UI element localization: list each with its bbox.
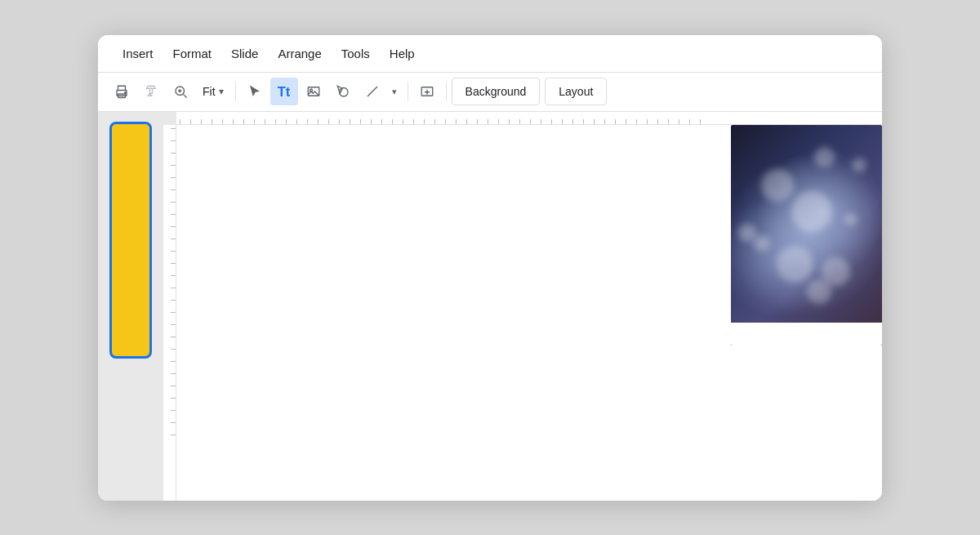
ruler-h-tick (171, 263, 176, 264)
ruler-tick (689, 119, 690, 124)
image-icon (306, 84, 321, 99)
ruler-h-tick (171, 153, 176, 154)
print-icon (114, 84, 129, 99)
zoom-select[interactable]: Fit ▾ (196, 82, 230, 101)
ruler-tick (318, 119, 318, 124)
ruler-tick (519, 119, 520, 124)
ruler-h-tick (171, 251, 176, 252)
svg-text:Tt: Tt (277, 84, 290, 99)
toolbar-divider-3 (446, 82, 447, 101)
paint-format-button[interactable] (137, 78, 165, 105)
bokeh-dot (754, 235, 770, 252)
layout-label: Layout (559, 85, 593, 98)
ruler-h-tick (171, 177, 176, 178)
ruler-tick (339, 119, 340, 124)
ruler-h-tick (171, 324, 176, 325)
ruler-h-tick (171, 214, 176, 215)
ruler-h-tick (171, 239, 176, 239)
menu-format[interactable]: Format (163, 43, 222, 64)
ruler-tick (530, 119, 531, 124)
bokeh-dot (844, 213, 857, 225)
select-tool-button[interactable] (241, 78, 269, 105)
svg-line-12 (368, 87, 377, 96)
ruler-tick (243, 119, 244, 124)
ruler-tick (371, 119, 372, 124)
ruler-tick (286, 119, 287, 124)
slide-canvas[interactable] (176, 125, 882, 501)
ruler-h-tick (171, 410, 176, 411)
svg-point-2 (125, 92, 127, 94)
ruler-tick (572, 119, 573, 124)
ruler-tick (551, 119, 552, 124)
menu-insert[interactable]: Insert (113, 43, 163, 64)
toolbar: Fit ▾ Tt (98, 73, 882, 112)
ruler-h-tick (171, 349, 176, 350)
new-slide-button[interactable] (413, 78, 441, 105)
ruler-h-tick (171, 361, 176, 362)
ruler-tick (307, 119, 308, 124)
background-label: Background (466, 85, 527, 98)
layout-button[interactable]: Layout (545, 78, 607, 105)
ruler-tick (456, 119, 457, 124)
ruler-h-tick (171, 337, 176, 337)
ruler-tick (509, 119, 510, 124)
text-icon: Tt (275, 82, 293, 100)
ruler-h-tick (171, 312, 176, 313)
image-tool-button[interactable] (300, 78, 327, 105)
print-button[interactable] (108, 78, 136, 105)
bokeh-dot (761, 169, 794, 202)
bokeh-dot (738, 224, 756, 242)
slide-thumbnail[interactable] (109, 122, 152, 359)
left-ruler (163, 125, 176, 501)
ruler-tick (445, 119, 446, 124)
line-tool-button[interactable] (359, 78, 386, 105)
zoom-button[interactable] (167, 78, 194, 105)
ruler-tick (233, 119, 234, 124)
toolbar-divider-1 (235, 82, 236, 101)
ruler-tick (583, 119, 584, 124)
ruler-tick (392, 119, 393, 124)
ruler-h-tick (171, 202, 176, 203)
ruler-h-tick (171, 275, 176, 276)
bokeh-dot (777, 246, 813, 283)
ruler-tick (562, 119, 563, 124)
top-ruler (176, 112, 882, 125)
svg-rect-3 (150, 88, 153, 93)
menu-arrange[interactable]: Arrange (268, 43, 331, 64)
ruler-tick (615, 119, 616, 124)
bokeh-dot (791, 191, 832, 232)
text-tool-button[interactable]: Tt (270, 78, 298, 105)
bokeh-dot (852, 158, 866, 172)
new-slide-icon (420, 84, 434, 99)
ruler-tick (350, 119, 350, 124)
zoom-chevron-icon: ▾ (219, 86, 224, 97)
menu-tools[interactable]: Tools (332, 43, 380, 64)
ruler-tick (668, 119, 669, 124)
left-ruler-inner (171, 128, 176, 447)
shape-tool-button[interactable] (329, 78, 357, 105)
ruler-h-tick (171, 300, 176, 301)
menu-help[interactable]: Help (380, 43, 425, 64)
ruler-h-tick (171, 165, 176, 166)
ruler-h-tick (171, 189, 176, 190)
ruler-tick (212, 119, 212, 124)
ruler-tick (180, 119, 180, 124)
menu-slide[interactable]: Slide (221, 43, 268, 64)
ruler-h-tick (171, 435, 176, 435)
ruler-h-tick (171, 422, 176, 423)
ruler-tick (190, 119, 191, 124)
ruler-tick (360, 119, 361, 124)
ruler-tick (328, 119, 329, 124)
ruler-tick (424, 119, 425, 124)
ruler-h-tick (171, 288, 176, 288)
ruler-tick (679, 119, 679, 124)
ruler-tick (626, 119, 626, 124)
background-button[interactable]: Background (452, 78, 541, 105)
zoom-icon (173, 84, 188, 99)
slide-panel (98, 112, 163, 501)
ruler-tick (636, 119, 637, 124)
ruler-tick (488, 119, 488, 124)
ruler-tick (296, 119, 297, 124)
line-dropdown-button[interactable]: ▾ (386, 78, 403, 105)
ruler-tick (434, 119, 435, 124)
